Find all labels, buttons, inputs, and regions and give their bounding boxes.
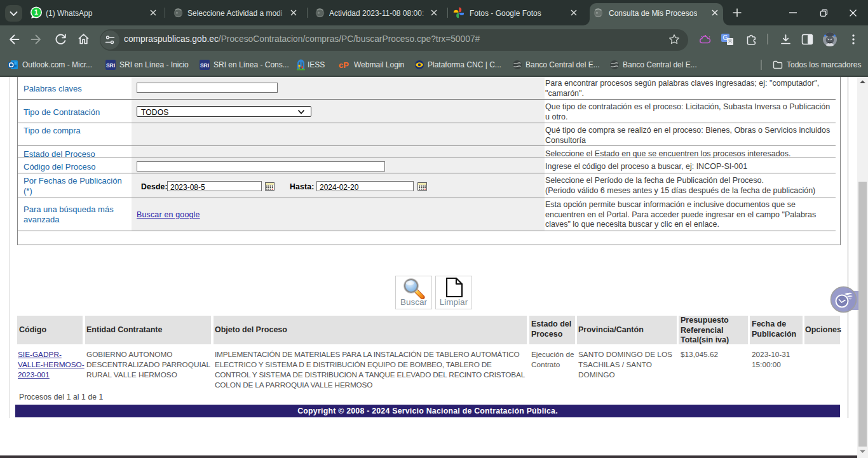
svg-text:cP: cP [339, 60, 349, 70]
svg-text:1: 1 [34, 8, 38, 16]
svg-text:SRI: SRI [106, 62, 115, 69]
svg-text:SRI: SRI [200, 62, 209, 69]
